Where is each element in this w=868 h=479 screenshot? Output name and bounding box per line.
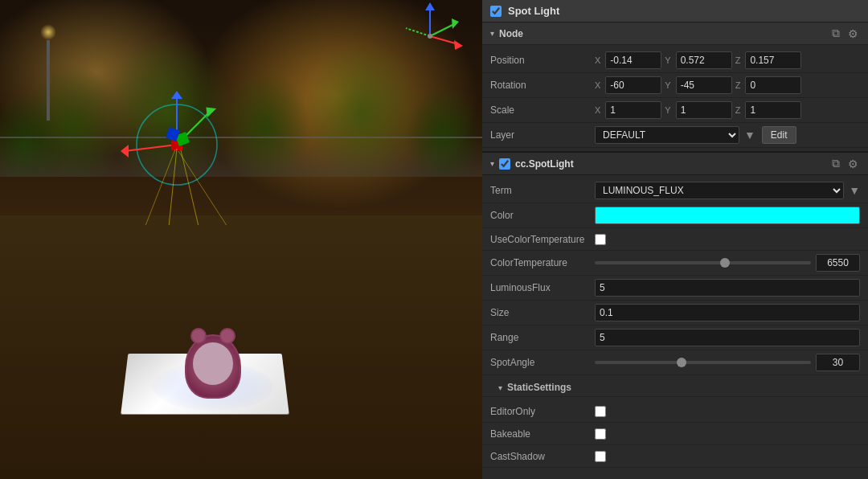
bakeable-label: Bakeable bbox=[490, 428, 595, 440]
position-row: Position X Y Z bbox=[482, 48, 868, 73]
rot-x-label: X bbox=[595, 80, 600, 90]
spot-angle-value-input[interactable] bbox=[816, 354, 860, 371]
layer-values: DEFAULT ▼ Edit bbox=[595, 126, 860, 144]
svg-line-18 bbox=[406, 28, 430, 36]
range-label: Range bbox=[490, 332, 595, 343]
static-settings-header[interactable]: ▾ StaticSettings bbox=[482, 379, 868, 397]
spotlight-enable-checkbox[interactable] bbox=[490, 6, 502, 17]
color-temp-values bbox=[595, 254, 860, 272]
bakeable-values bbox=[595, 428, 860, 440]
svg-line-11 bbox=[181, 150, 217, 225]
spot-angle-slider-thumb[interactable] bbox=[677, 358, 686, 367]
rotation-y-input[interactable] bbox=[676, 76, 732, 94]
use-color-temp-checkbox[interactable] bbox=[595, 234, 606, 245]
spot-angle-row: SpotAngle bbox=[482, 350, 868, 375]
svg-marker-6 bbox=[171, 91, 182, 99]
spotlight-component-header: ▾ cc.SpotLight ⧉ ⚙ bbox=[482, 151, 868, 175]
node-collapse-arrow: ▾ bbox=[490, 29, 494, 38]
color-values bbox=[595, 207, 860, 224]
cast-shadow-checkbox[interactable] bbox=[595, 451, 606, 462]
node-gear-icon[interactable]: ⚙ bbox=[846, 27, 860, 40]
spotlight-component-checkbox[interactable] bbox=[499, 158, 510, 170]
svg-point-21 bbox=[428, 34, 432, 39]
editor-only-label: EditorOnly bbox=[490, 406, 595, 417]
luminous-flux-label: LuminousFlux bbox=[490, 282, 595, 293]
use-color-temp-row: UseColorTemperature bbox=[482, 228, 868, 251]
layer-edit-button[interactable]: Edit bbox=[762, 126, 796, 144]
spotlight-component-collapse: ▾ bbox=[490, 159, 494, 168]
rot-y-label: Y bbox=[665, 80, 670, 90]
properties-panel: Spot Light ▾ Node ⧉ ⚙ Position X Y Z Rot… bbox=[482, 0, 868, 479]
scale-y-input[interactable] bbox=[676, 101, 732, 119]
color-temp-row: ColorTemperature bbox=[482, 251, 868, 276]
color-temp-slider-container bbox=[595, 254, 860, 272]
color-temp-slider-track[interactable] bbox=[595, 261, 811, 264]
range-input[interactable] bbox=[595, 329, 860, 346]
range-row: Range bbox=[482, 325, 868, 350]
spotlight-gear-icon[interactable]: ⚙ bbox=[846, 157, 860, 170]
static-settings-properties: EditorOnly Bakeable CastShadow bbox=[482, 397, 868, 471]
node-copy-icon[interactable]: ⧉ bbox=[830, 27, 841, 40]
rotation-row: Rotation X Y Z bbox=[482, 73, 868, 98]
clock-object bbox=[185, 334, 241, 399]
luminous-flux-row: LuminousFlux bbox=[482, 276, 868, 301]
static-settings-title: StaticSettings bbox=[507, 382, 571, 393]
node-section-header[interactable]: ▾ Node ⧉ ⚙ bbox=[482, 23, 868, 45]
svg-line-13 bbox=[178, 151, 273, 225]
color-temp-value-input[interactable] bbox=[816, 254, 860, 272]
size-input[interactable] bbox=[595, 304, 860, 321]
viewport[interactable] bbox=[0, 0, 482, 479]
rotation-z-input[interactable] bbox=[745, 76, 801, 94]
navigation-gizmo[interactable] bbox=[394, 0, 466, 72]
spot-angle-values bbox=[595, 354, 860, 371]
pos-z-label: Z bbox=[735, 55, 741, 65]
luminous-flux-values bbox=[595, 279, 860, 297]
scale-label: Scale bbox=[490, 104, 595, 116]
rotation-x-input[interactable] bbox=[605, 76, 661, 94]
transform-gizmo[interactable] bbox=[113, 64, 273, 225]
spotlight-title: Spot Light bbox=[508, 5, 860, 17]
svg-marker-15 bbox=[425, 2, 435, 10]
rotation-label: Rotation bbox=[490, 80, 595, 91]
cast-shadow-row: CastShadow bbox=[482, 445, 868, 468]
use-color-temp-values bbox=[595, 234, 860, 245]
spotlight-copy-icon[interactable]: ⧉ bbox=[830, 157, 841, 170]
pos-y-label: Y bbox=[665, 55, 670, 65]
scale-x-label: X bbox=[595, 105, 600, 115]
color-row: Color bbox=[482, 203, 868, 228]
bakeable-checkbox[interactable] bbox=[595, 428, 606, 440]
term-select[interactable]: LUMINOUS_FLUX LUMINOUS_INTENSITY ILLUMIN… bbox=[595, 182, 844, 199]
layer-select[interactable]: DEFAULT bbox=[595, 126, 739, 144]
svg-marker-2 bbox=[121, 145, 129, 158]
rot-z-label: Z bbox=[735, 80, 741, 90]
scale-y-label: Y bbox=[665, 105, 670, 115]
color-temp-label: ColorTemperature bbox=[490, 257, 595, 268]
luminous-flux-input[interactable] bbox=[595, 279, 860, 297]
spot-angle-slider-track[interactable] bbox=[595, 361, 811, 364]
node-section-title: Node bbox=[499, 28, 523, 39]
range-values bbox=[595, 329, 860, 346]
position-x-input[interactable] bbox=[605, 51, 661, 69]
node-properties: Position X Y Z Rotation X Y Z bbox=[482, 45, 868, 151]
term-row: Term LUMINOUS_FLUX LUMINOUS_INTENSITY IL… bbox=[482, 178, 868, 203]
svg-line-19 bbox=[430, 36, 458, 44]
bakeable-row: Bakeable bbox=[482, 423, 868, 445]
color-temp-slider-thumb[interactable] bbox=[720, 258, 730, 268]
scale-x-input[interactable] bbox=[605, 101, 661, 119]
spotlight-properties: Term LUMINOUS_FLUX LUMINOUS_INTENSITY IL… bbox=[482, 175, 868, 379]
spotlight-component-icons: ⧉ ⚙ bbox=[830, 157, 860, 170]
cast-shadow-label: CastShadow bbox=[490, 451, 595, 462]
position-z-input[interactable] bbox=[745, 51, 801, 69]
editor-only-checkbox[interactable] bbox=[595, 406, 606, 417]
scale-values: X Y Z bbox=[595, 101, 860, 119]
spot-angle-slider-container bbox=[595, 354, 860, 371]
color-label: Color bbox=[490, 210, 595, 221]
color-swatch[interactable] bbox=[595, 207, 860, 224]
editor-only-values bbox=[595, 406, 860, 417]
size-row: Size bbox=[482, 301, 868, 325]
scale-z-input[interactable] bbox=[745, 101, 801, 119]
scale-row: Scale X Y Z bbox=[482, 98, 868, 123]
term-dropdown-arrow: ▼ bbox=[849, 184, 860, 197]
position-y-input[interactable] bbox=[676, 51, 732, 69]
spot-angle-label: SpotAngle bbox=[490, 357, 595, 368]
